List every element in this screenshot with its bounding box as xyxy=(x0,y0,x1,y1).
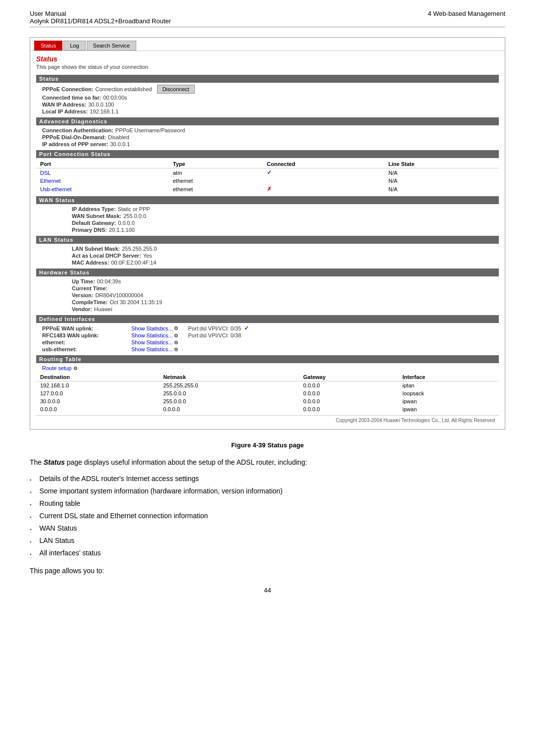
page-heading: Status xyxy=(36,55,499,63)
ppp-ip-row: IP address of PPP server: 30.0.0.1 xyxy=(36,141,499,147)
netmask-cell: 255.255.255.0 xyxy=(159,381,299,390)
list-item-text: Details of the ADSL router's Internet ac… xyxy=(40,474,199,484)
check-icon: ✓ xyxy=(267,169,271,175)
wan-subnet-value: 255.0.0.0 xyxy=(123,213,146,219)
interface-row: RFC1483 WAN uplink: Show Statistics... ⚙… xyxy=(36,332,499,338)
current-time-label: Current Time: xyxy=(72,285,107,291)
hardware-status-content: Up Time: 00:04:39s Current Time: Version… xyxy=(36,278,499,312)
vendor-label: Vendor: xyxy=(72,306,92,312)
pppoe-connection-row: PPPoE Connection: Connection established… xyxy=(36,85,499,94)
gateway-cell: 0.0.0.0 xyxy=(299,389,398,397)
bullet-icon: ▪ xyxy=(30,476,32,484)
version-value: DR804V100000004 xyxy=(95,292,143,298)
table-row: 30.0.0.0 255.0.0.0 0.0.0.0 ipwan xyxy=(36,397,499,405)
route-setup-link[interactable]: Route setup xyxy=(42,365,71,371)
tab-search-service[interactable]: Search Service xyxy=(87,41,137,51)
gateway-cell: 0.0.0.0 xyxy=(299,397,398,405)
list-item: ▪Current DSL state and Ethernet connecti… xyxy=(30,511,505,521)
show-stats-link[interactable]: Show Statistics... xyxy=(131,332,173,338)
list-item: ▪All interfaces' status xyxy=(30,548,505,558)
lan-subnet-label: LAN Subnet Mask: xyxy=(72,246,120,252)
conn-auth-value: PPPoE Username/Password xyxy=(115,127,185,133)
version-label: Version: xyxy=(72,292,93,298)
conn-auth-label: Connection Authentication: xyxy=(42,127,113,133)
dhcp-server-row: Act as Local DHCP Server: Yes xyxy=(66,253,499,259)
port-cell: Ethernet xyxy=(36,177,169,185)
bullet-icon: ▪ xyxy=(30,513,32,521)
route-col-netmask: Netmask xyxy=(159,373,299,381)
dhcp-server-label: Act as Local DHCP Server: xyxy=(72,253,141,259)
bullet-icon: ▪ xyxy=(30,526,32,533)
show-stats-link[interactable]: Show Statistics... xyxy=(131,346,173,352)
dhcp-server-value: Yes xyxy=(143,253,152,259)
list-item: ▪Routing table xyxy=(30,498,505,509)
col-connected: Connected xyxy=(263,160,384,168)
manual-title: User Manual xyxy=(30,10,171,17)
default-gw-value: 0.0.0.0 xyxy=(118,220,135,226)
iface-port: Port:dsl VPI/VCI: 0/38 xyxy=(188,332,241,338)
iface-cell: ipwan xyxy=(399,397,499,405)
iface-port: Port:dsl VPI/VCI: 0/35 xyxy=(188,325,241,331)
list-item-text: All interfaces' status xyxy=(40,548,101,558)
tab-status[interactable]: Status xyxy=(34,41,62,51)
ip-type-value: Static or PPP xyxy=(117,206,150,212)
vendor-value: Huawei xyxy=(94,306,112,312)
table-row: Usb-ethernet ethernet ✗ N/A xyxy=(36,185,499,193)
connected-time-row: Connected time so far: 00:03:00s xyxy=(36,95,499,101)
tab-log[interactable]: Log xyxy=(63,41,85,51)
routing-table: Destination Netmask Gateway Interface 19… xyxy=(36,373,499,413)
connected-cell: ✗ xyxy=(263,185,384,193)
wan-ip-value: 30.0.0.100 xyxy=(88,102,114,108)
connected-cell: ✓ xyxy=(263,168,384,177)
line-state-cell: N/A xyxy=(384,185,499,193)
bullet-icon: ▪ xyxy=(30,550,32,558)
bullet-icon: ▪ xyxy=(30,501,32,508)
gear-icon: ⚙ xyxy=(174,325,178,331)
port-cell: Usb-ethernet xyxy=(36,185,169,193)
disconnect-button[interactable]: Disconnect xyxy=(157,85,195,94)
vendor-row: Vendor: Huawei xyxy=(66,306,499,312)
primary-dns-value: 20.1.1.100 xyxy=(109,227,135,233)
list-item-text: Routing table xyxy=(40,498,81,509)
table-row: 0.0.0.0 0.0.0.0 0.0.0.0 ipwan xyxy=(36,405,499,413)
body-text-2: This page allows you to: xyxy=(30,565,505,576)
route-col-dest: Destination xyxy=(36,373,159,381)
type-cell: atm xyxy=(169,168,263,177)
port-conn-header: Port Connection Status xyxy=(36,150,499,158)
iface-label: RFC1483 WAN uplink: xyxy=(42,332,131,338)
figure-caption: Figure 4-39 Status page xyxy=(30,441,505,449)
content-area: Status This page shows the status of you… xyxy=(30,51,505,429)
mac-address-row: MAC Address: 00:0F:E2:00:4F:14 xyxy=(66,260,499,266)
ppp-ip-value: 30.0.0.1 xyxy=(110,141,130,147)
col-port: Port xyxy=(36,160,169,168)
show-stats-link[interactable]: Show Statistics... xyxy=(131,339,173,345)
body-text-1: The Status page displays useful informat… xyxy=(30,457,505,468)
iface-label: usb-ethernet: xyxy=(42,346,131,352)
hardware-status-header: Hardware Status xyxy=(36,269,499,276)
default-gw-row: Default Gateway: 0.0.0.0 xyxy=(66,220,499,226)
pppoe-value: Connection established xyxy=(95,86,152,92)
uptime-label: Up Time: xyxy=(72,278,95,284)
show-stats-link[interactable]: Show Statistics... xyxy=(131,325,173,331)
page-number: 44 xyxy=(30,587,505,594)
dial-demand-label: PPPoE Dial-On-Demand: xyxy=(42,134,106,140)
port-connection-table: Port Type Connected Line State DSL atm ✓… xyxy=(36,160,499,193)
wan-ip-row: WAN IP Address: 30.0.0.100 xyxy=(36,102,499,108)
lan-status-header: LAN Status xyxy=(36,236,499,244)
list-item-text: LAN Status xyxy=(40,536,75,546)
status-section-header: Status xyxy=(36,75,499,83)
list-item: ▪Details of the ADSL router's Internet a… xyxy=(30,474,505,484)
interface-row: ethernet: Show Statistics... ⚙ xyxy=(36,339,499,345)
ip-type-row: IP Address Type: Static or PPP xyxy=(66,206,499,212)
netmask-cell: 0.0.0.0 xyxy=(159,405,299,413)
route-col-iface: Interface xyxy=(399,373,499,381)
list-item-text: WAN Status xyxy=(40,523,77,534)
dest-cell: 127.0.0.0 xyxy=(36,389,159,397)
line-state-cell: N/A xyxy=(384,177,499,185)
list-item-text: Some important system information (hardw… xyxy=(40,486,283,496)
dest-cell: 0.0.0.0 xyxy=(36,405,159,413)
uptime-value: 00:04:39s xyxy=(97,278,121,284)
ppp-ip-label: IP address of PPP server: xyxy=(42,141,108,147)
table-row: Ethernet ethernet N/A xyxy=(36,177,499,185)
netmask-cell: 255.0.0.0 xyxy=(159,389,299,397)
